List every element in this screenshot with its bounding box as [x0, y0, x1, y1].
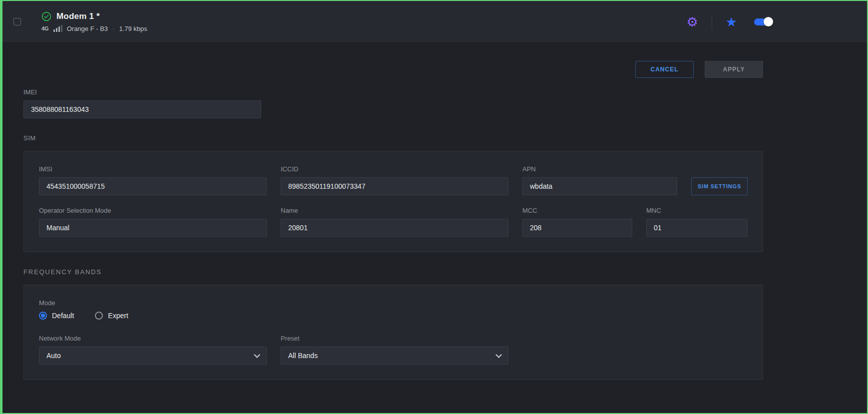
- frequency-bands-section-title: FREQUENCY BANDS: [23, 268, 763, 276]
- form-actions: CANCEL APPLY: [23, 61, 763, 78]
- imei-field: IMEI: [23, 88, 261, 118]
- mode-label: Mode: [39, 299, 748, 307]
- apn-label: APN: [522, 165, 677, 173]
- check-circle-icon: [41, 11, 51, 21]
- separator-dot: ·: [112, 25, 114, 32]
- star-icon[interactable]: ★: [726, 15, 737, 28]
- modem-header: Modem 1 * 4G Orange F - B3 · 1.79 kbps ⚙…: [2, 1, 867, 43]
- radio-unselected-icon: [95, 312, 103, 320]
- header-divider: [712, 14, 712, 29]
- imsi-field: IMSI: [39, 165, 267, 195]
- imei-input[interactable]: [23, 100, 261, 118]
- modem-enable-toggle[interactable]: [754, 18, 772, 25]
- modem-settings-card: Modem 1 * 4G Orange F - B3 · 1.79 kbps ⚙…: [0, 0, 868, 414]
- mcc-field: MCC: [522, 207, 632, 237]
- sim-section-title: SIM: [23, 134, 763, 142]
- mode-radio-group: Default Expert: [39, 312, 748, 320]
- network-mode-value: Auto: [46, 352, 61, 360]
- name-input[interactable]: [281, 219, 508, 237]
- frequency-bands-panel: Mode Default Expert Network Mode Auto: [23, 285, 763, 380]
- network-mode-label: Network Mode: [39, 335, 267, 342]
- apn-field: APN: [522, 165, 677, 195]
- mode-option-expert[interactable]: Expert: [95, 312, 128, 320]
- apn-input[interactable]: [522, 177, 677, 195]
- preset-field: Preset All Bands: [281, 335, 508, 365]
- modem-title-block: Modem 1 * 4G Orange F - B3 · 1.79 kbps: [41, 11, 147, 32]
- chevron-down-icon: [254, 352, 260, 358]
- mnc-label: MNC: [646, 207, 748, 214]
- sim-settings-button[interactable]: SIM SETTINGS: [691, 177, 748, 195]
- imei-label: IMEI: [23, 88, 261, 96]
- imsi-input[interactable]: [39, 177, 267, 195]
- select-modem-checkbox[interactable]: [13, 18, 21, 25]
- network-mode-select[interactable]: Auto: [39, 347, 267, 365]
- mode-option-default-label: Default: [52, 312, 74, 320]
- network-mode-field: Network Mode Auto: [39, 335, 267, 365]
- cancel-button[interactable]: CANCEL: [635, 61, 694, 78]
- mnc-input[interactable]: [646, 219, 748, 237]
- speed-label: 1.79 kbps: [119, 25, 147, 32]
- signal-bars-icon: [53, 25, 62, 32]
- header-actions: ⚙︎ ★: [686, 14, 772, 29]
- operator-label: Orange F - B3: [67, 25, 108, 32]
- mcc-label: MCC: [522, 207, 632, 214]
- apply-button[interactable]: APPLY: [705, 61, 763, 78]
- mode-option-expert-label: Expert: [108, 312, 128, 320]
- iccid-input[interactable]: [281, 177, 508, 195]
- modem-form: CANCEL APPLY IMEI SIM IMSI ICCID APN: [2, 43, 867, 380]
- radio-selected-icon: [39, 312, 47, 320]
- iccid-label: ICCID: [281, 165, 508, 173]
- network-type-label: 4G: [41, 25, 49, 31]
- mcc-input[interactable]: [522, 219, 632, 237]
- operator-mode-label: Operator Selection Mode: [39, 207, 267, 214]
- chevron-down-icon: [495, 352, 502, 358]
- gear-icon[interactable]: ⚙︎: [686, 15, 698, 28]
- modem-title: Modem 1 *: [56, 11, 100, 21]
- mode-option-default[interactable]: Default: [39, 312, 74, 320]
- operator-mode-field: Operator Selection Mode: [39, 207, 267, 237]
- mnc-field: MNC: [646, 207, 748, 237]
- iccid-field: ICCID: [281, 165, 508, 195]
- sim-settings-cell: SIM SETTINGS: [691, 177, 748, 195]
- preset-select[interactable]: All Bands: [281, 347, 508, 365]
- operator-mode-input[interactable]: [39, 219, 267, 237]
- name-label: Name: [281, 207, 508, 214]
- name-field: Name: [281, 207, 508, 237]
- preset-value: All Bands: [288, 352, 318, 360]
- preset-label: Preset: [281, 335, 508, 342]
- imsi-label: IMSI: [39, 165, 267, 173]
- toggle-knob: [764, 17, 773, 26]
- sim-panel: IMSI ICCID APN SIM SETTINGS Operator Sel: [23, 151, 763, 252]
